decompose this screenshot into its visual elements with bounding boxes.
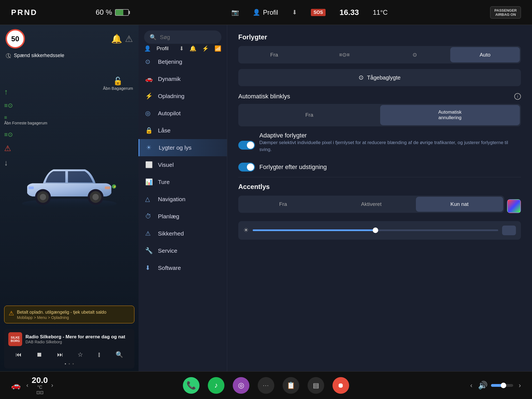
ture-icon: 📊 [145,178,153,186]
equalizer-button[interactable]: ⫿ [96,349,103,360]
menu-item-betjening[interactable]: ⊙ Betjening [139,53,227,70]
auto-blink-section: Automatisk blinklys i Fra Automatiskannu… [238,93,521,126]
menu-item-service[interactable]: 🔧 Service [139,242,227,259]
volume-icon: 🔊 [478,381,488,390]
profile-label-top: Profil [263,9,278,16]
dynamik-label: Dynamik [158,76,181,82]
spotify-button[interactable]: ♪ [208,377,224,394]
card-button[interactable]: ▤ [308,377,324,394]
forlygter-fra-button[interactable]: Fra [239,47,309,62]
auto-blink-button-group: Fra Automatiskannullering [238,104,521,126]
betjening-icon: ⊙ [145,58,153,65]
menu-item-opladning[interactable]: ⚡ Opladning [139,88,227,105]
forlygter-auto-button[interactable]: Auto [450,47,520,62]
auto-blink-info-icon[interactable]: i [514,93,521,100]
auto-blink-fra-button[interactable]: Fra [239,105,379,125]
svg-rect-11 [105,186,110,189]
next-arrow-taskbar[interactable]: › [519,382,521,389]
signal-icon-menu: 📶 [214,45,221,52]
navigation-icon: △ [145,196,153,203]
phone-button[interactable]: 📞 [183,377,200,394]
prnd-display: PRND [11,8,37,17]
prev-arrow-taskbar[interactable]: ‹ [470,382,472,389]
menu-item-planlaeg[interactable]: ⏱ Planlæg [139,208,227,225]
planlaeg-icon: ⏱ [145,213,153,220]
prev-track-button[interactable]: ⏮ [14,349,23,360]
menu-item-ture[interactable]: 📊 Ture [139,173,227,191]
section-divider [238,177,521,177]
exit-lights-toggle[interactable] [238,163,255,172]
fog-light-button[interactable]: ⊙ Tågebaglygte [238,69,521,86]
speed-limit-value: 50 [11,35,19,42]
accentlys-title: Accentlys [238,183,521,191]
brightness-handle[interactable] [373,227,378,233]
brightness-slider[interactable] [253,229,498,231]
left-panel: 50 🔔 ⚠ Spænd sikkerhedssele ↑ ≡⊙ [0,25,139,371]
profile-center[interactable]: 👤 Profil [253,9,278,16]
menu-item-sikkerhed[interactable]: ⚠ Sikkerhed [139,225,227,242]
car-home-icon[interactable]: 🚗 [11,381,21,390]
stop-button[interactable]: ⏹ [35,349,44,360]
volume-bar[interactable] [491,381,513,390]
adaptive-section: Adaptive forlygter Dæmper selektivt indi… [238,132,521,159]
adaptive-toggle[interactable] [238,141,255,150]
sos-badge[interactable]: SOS [311,9,326,16]
favorite-button[interactable]: ☆ [76,349,85,360]
lygter-icon: ☀ [146,144,154,151]
accentlys-fra-button[interactable]: Fra [239,197,327,212]
forlygter-full-button[interactable]: ⊙ [380,47,450,62]
purple-app-button[interactable]: ◎ [233,377,249,394]
menu-item-lase[interactable]: 🔒 Låse [139,122,227,139]
menu-item-autopilot[interactable]: ◎ Autopilot [139,105,227,122]
arrow-down-icon: ↓ [4,158,47,167]
airbag-badge: PASSENGER AIRBAG ON [490,6,521,19]
temp-decrease-button[interactable]: ‹ [26,382,28,389]
arrow-up-icon: ↑ [4,88,47,96]
visuel-label: Visuel [158,162,174,168]
open-trunk-button[interactable]: 🔓 Åbn Bagagerum [103,76,133,91]
time-display: 16.33 [339,8,359,17]
charge-warning: ⚠ Betalt opladn. utilgængelig - tjek ube… [4,306,134,323]
radio-title: Radio Silkeborg - Mere for ørerne dag og… [25,334,125,340]
forlygter-dipped-button[interactable]: ≡⊙≡ [310,47,379,62]
radio-controls: ⏮ ⏹ ⏭ ☆ ⫿ 🔍 [8,349,130,360]
front-baggage-btn[interactable]: ≡ Åbn Forreste bagagerum [4,115,47,126]
forlygter-title: Forlygter [238,33,521,41]
menu-item-software[interactable]: ⬇ Software [139,259,227,277]
menu-item-visuel[interactable]: ⬜ Visuel [139,156,227,173]
search-bar[interactable]: 🔍 [144,30,221,44]
accentlys-kun-nat-button[interactable]: Kun nat [416,197,503,212]
auto-blink-auto-button[interactable]: Automatiskannullering [380,105,520,125]
notes-button[interactable]: 📋 [283,377,299,394]
autopilot-icon: ◎ [145,110,153,117]
menu-item-navigation[interactable]: △ Navigation [139,191,227,208]
menu-item-dynamik[interactable]: 🚗 Dynamik [139,70,227,88]
battery-icon [115,9,129,16]
search-input[interactable] [160,34,230,40]
settings-menu-panel: 🔍 👤 Profil ⬇ 🔔 ⚡ 📶 ⊙ Betjening 🚗 Dynamik… [139,25,227,371]
next-track-button[interactable]: ⏭ [55,349,65,360]
software-label: Software [158,265,181,271]
brightness-icon: ☀ [243,227,249,234]
bluetooth-icon-menu: ⚡ [202,45,209,52]
search-music-button[interactable]: 🔍 [114,349,125,360]
dots-menu-button[interactable]: ··· [258,377,274,394]
settings-menu-list: ⊙ Betjening 🚗 Dynamik ⚡ Opladning ◎ Auto… [139,53,227,371]
accentlys-section: Accentlys Fra Aktiveret Kun nat [238,183,521,217]
accentlys-aktiveret-button[interactable]: Aktiveret [328,197,415,212]
svg-point-6 [40,194,46,200]
alert-icons: 🔔 ⚠ [111,34,133,44]
temp-display: 11°C [373,9,388,16]
software-icon: ⬇ [145,264,153,272]
adaptive-row: Adaptive forlygter Dæmper selektivt indi… [238,132,521,159]
rear-light-icon: ≡⊙ [4,131,47,138]
svg-text:⚡: ⚡ [113,185,116,188]
record-button[interactable]: ⏺ [332,377,349,394]
menu-item-lygter[interactable]: ☀ Lygter og lys [139,139,227,156]
camera-icon[interactable]: 📷 [231,9,239,16]
accent-color-swatch[interactable] [507,199,521,213]
svg-rect-10 [29,186,34,189]
temp-increase-button[interactable]: › [51,382,53,389]
main-layout: 50 🔔 ⚠ Spænd sikkerhedssele ↑ ≡⊙ [0,25,532,371]
left-top-bar: 50 🔔 ⚠ [0,25,139,53]
